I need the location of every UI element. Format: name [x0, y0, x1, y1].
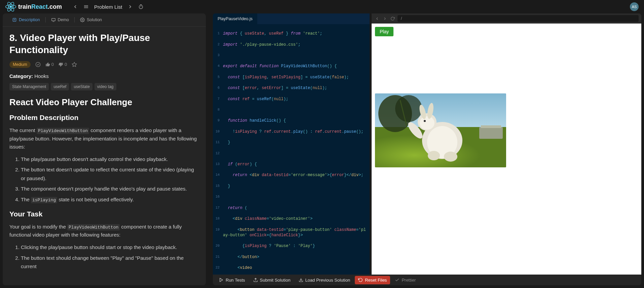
problem-list-link[interactable]: Problem List	[94, 4, 122, 10]
brand-suffix: .com	[48, 3, 62, 10]
reset-icon	[358, 278, 363, 282]
tab-description[interactable]: Description	[8, 16, 44, 24]
video-player-preview[interactable]	[375, 93, 506, 167]
reset-files-button[interactable]: Reset Files	[355, 276, 390, 284]
features-list: Clicking the play/pause button should st…	[9, 243, 199, 271]
list-item: Clicking the play/pause button should st…	[21, 243, 199, 252]
run-tests-label: Run Tests	[226, 278, 245, 283]
paragraph: The current PlayVideoWithButton componen…	[9, 126, 199, 151]
preview-body: Play	[372, 24, 641, 275]
issues-list: The play/pause button doesn't actually c…	[9, 155, 199, 204]
demo-icon	[51, 17, 56, 22]
difficulty-badge: Medium	[9, 61, 31, 68]
prettier-button[interactable]: Prettier	[391, 276, 419, 284]
heading-challenge: React Video Player Challenge	[9, 97, 199, 108]
list-item: The play/pause button doesn't actually c…	[21, 155, 199, 164]
svg-rect-22	[479, 127, 503, 139]
brand-prefix: train	[18, 3, 31, 10]
tab-description-label: Description	[19, 17, 40, 22]
dislikes-count: 0	[65, 62, 67, 67]
heading-description: Problem Description	[9, 114, 199, 122]
preview-back-icon[interactable]	[374, 16, 380, 22]
avatar[interactable]: AS	[630, 2, 639, 11]
tab-demo-label: Demo	[58, 17, 69, 22]
logo[interactable]: trainReact.com	[5, 1, 62, 12]
load-prev-label: Load Previous Solution	[305, 278, 350, 283]
nav-back-icon[interactable]	[71, 3, 79, 11]
tab-solution-label: Solution	[87, 17, 102, 22]
run-tests-button[interactable]: Run Tests	[216, 276, 249, 284]
preview-url-bar[interactable]: /	[397, 15, 639, 22]
menu-icon[interactable]	[82, 3, 90, 11]
check-icon	[395, 278, 400, 282]
tab-solution[interactable]: Solution	[76, 16, 106, 24]
inline-code: PlayVideoWithButton	[67, 224, 120, 231]
preview-reload-icon[interactable]	[390, 16, 395, 22]
star-button[interactable]	[72, 62, 77, 67]
react-icon	[5, 1, 16, 12]
list-item: The button text doesn't update to reflec…	[21, 165, 199, 182]
heading-task: Your Task	[9, 210, 199, 218]
svg-point-21	[395, 95, 422, 122]
svg-point-27	[420, 116, 434, 130]
svg-point-32	[444, 152, 457, 162]
inline-code: isPlaying	[31, 197, 57, 203]
svg-rect-23	[481, 125, 501, 128]
download-icon	[299, 278, 303, 282]
category-line: Category: Hooks	[9, 73, 199, 79]
action-bar: Run Tests Submit Solution Load Previous …	[213, 275, 641, 285]
dislike-button[interactable]: 0	[59, 62, 67, 67]
inline-code: PlayVideoWithButton	[37, 128, 89, 134]
svg-marker-17	[72, 62, 76, 67]
svg-point-16	[36, 62, 40, 67]
timer-icon[interactable]	[137, 3, 145, 11]
list-item: The button text should change between "P…	[21, 254, 199, 271]
upload-icon	[253, 278, 258, 282]
nav-forward-icon[interactable]	[126, 3, 134, 11]
code-editor-panel: PlayPauseVideo.js 1import { useState, us…	[213, 13, 370, 275]
load-previous-button[interactable]: Load Previous Solution	[295, 276, 354, 284]
panel-divider[interactable]	[209, 13, 210, 285]
paragraph: Your goal is to modify the PlayVideoWith…	[9, 223, 199, 239]
preview-forward-icon[interactable]	[382, 16, 388, 22]
svg-point-15	[82, 19, 83, 20]
play-icon	[219, 278, 224, 282]
tag[interactable]: video tag	[94, 83, 116, 90]
description-panel: Description Demo Solution 8. Video Playe…	[3, 13, 206, 285]
svg-point-0	[10, 6, 12, 8]
check-icon	[35, 62, 41, 67]
brand-react: React	[31, 3, 48, 10]
svg-rect-13	[51, 18, 55, 21]
play-button[interactable]: Play	[375, 27, 393, 36]
preview-panel: / Play	[372, 13, 641, 275]
list-item: The isPlaying state is not being used ef…	[21, 195, 199, 204]
svg-marker-34	[220, 278, 223, 282]
tab-demo[interactable]: Demo	[47, 16, 73, 24]
svg-point-33	[424, 120, 426, 122]
likes-count: 0	[51, 62, 54, 67]
reset-label: Reset Files	[365, 278, 387, 283]
description-icon	[12, 17, 17, 22]
tag[interactable]: useRef	[51, 83, 69, 90]
top-bar: trainReact.com Problem List AS	[0, 0, 644, 13]
list-item: The component doesn't properly handle th…	[21, 184, 199, 193]
like-button[interactable]: 0	[45, 62, 54, 67]
editor-file-tab[interactable]: PlayPauseVideo.js	[213, 13, 258, 24]
svg-point-31	[428, 151, 440, 160]
solution-icon	[80, 17, 85, 22]
tag[interactable]: State Management	[9, 83, 49, 90]
tag-row: State Management useRef useState video t…	[9, 83, 199, 90]
submit-label: Submit Solution	[260, 278, 291, 283]
code-editor[interactable]: 1import { useState, useRef } from 'react…	[213, 24, 370, 275]
tag[interactable]: useState	[71, 83, 92, 90]
problem-title: 8. Video Player with Play/Pause Function…	[9, 32, 199, 56]
prettier-label: Prettier	[402, 278, 416, 283]
submit-solution-button[interactable]: Submit Solution	[250, 276, 294, 284]
